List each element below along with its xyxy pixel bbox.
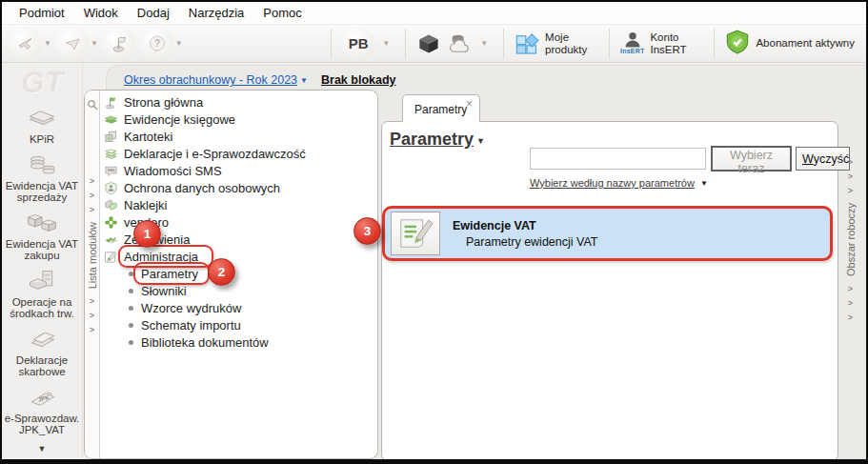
accounting-period-link[interactable]: Okres obrachunkowy - Rok 2023▼ (124, 73, 308, 87)
insert-account-button[interactable]: InsERT Konto InsERT (620, 31, 703, 56)
ledger-icon (104, 112, 118, 127)
tree-item-administracja[interactable]: Administracja (100, 248, 377, 265)
more-modules-arrow-icon[interactable]: ▼ (38, 444, 47, 454)
subscription-status[interactable]: Abonament aktywny (725, 30, 855, 58)
admin-icon (104, 250, 118, 264)
flag-button[interactable] (103, 28, 135, 60)
module-ewidencja-vat-zakupu[interactable]: Ewidencja VAT zakupu (2, 211, 82, 262)
menu-pomoc[interactable]: Pomoc (253, 3, 311, 23)
menu-podmiot[interactable]: Podmiot (10, 3, 74, 23)
tree-item-label: Ochrona danych osobowych (124, 181, 280, 195)
send-letter-button[interactable]: ▼ (56, 28, 103, 60)
fixed-assets-icon (23, 269, 61, 296)
tree-item-naklejki[interactable]: Naklejki (100, 196, 377, 213)
list-item-subtitle: Parametry ewidencji VAT (466, 235, 597, 249)
menu-bar: PodmiotWidokDodajNarzędziaPomoc (2, 2, 866, 24)
toolbar: ▼▼?▼ PB ▼ ▼ Moje produkty InsER (2, 24, 866, 63)
toolbar-separator (714, 29, 715, 59)
chevron-down-icon[interactable]: ▼ (480, 39, 488, 48)
products-tiles-icon (515, 32, 539, 55)
module-sidebar: GT KPiREwidencja VAT sprzedażyEwidencja … (2, 63, 83, 459)
tree-item-label: Strona główna (124, 95, 203, 110)
cloud-stack-icon[interactable] (448, 32, 473, 55)
tree-item-ewidencje-ksiegowe[interactable]: Ewidencje księgowe (100, 111, 377, 128)
menu-dodaj[interactable]: Dodaj (128, 3, 179, 23)
bullet-icon (129, 289, 133, 293)
chevron-right-icon: > (90, 206, 94, 213)
page-title[interactable]: Parametry▼ (390, 130, 485, 150)
chevron-right-icon: > (848, 299, 853, 307)
cursor-arrow-icon[interactable] (10, 28, 42, 60)
tree-item-label: Biblioteka dokumentów (141, 335, 269, 350)
help-button[interactable]: ?▼ (141, 28, 188, 60)
app-window: PodmiotWidokDodajNarzędziaPomoc ▼▼?▼ PB … (0, 0, 868, 464)
list-item-texts: Ewidencje VAT Parametry ewidencji VAT (453, 219, 597, 249)
chevron-down-icon[interactable]: ▼ (91, 39, 98, 48)
shield-check-icon (725, 30, 750, 58)
flag-icon[interactable] (103, 28, 135, 60)
module-list-strip-label: Lista modułów (87, 222, 98, 289)
tree-item-schematy-importu[interactable]: Schematy importu (100, 316, 377, 333)
list-item-title: Ewidencje VAT (453, 219, 597, 232)
svg-text:SMS: SMS (107, 169, 115, 172)
user-initials-button[interactable]: PB ▼ (342, 28, 394, 60)
navigation-tree: Strona głównaEwidencje księgoweKartoteki… (100, 91, 377, 458)
help-icon[interactable]: ? (141, 28, 173, 60)
menu-widok[interactable]: Widok (74, 3, 128, 23)
module-ewidencja-vat-sprzedazy[interactable]: Ewidencja VAT sprzedaży (2, 152, 82, 204)
cloud-services-button[interactable]: ▼ (448, 32, 493, 55)
pin-icon[interactable] (87, 97, 98, 109)
data-shield-icon (104, 181, 118, 195)
tree-item-slowniki[interactable]: Słowniki (100, 282, 377, 299)
tab-parametry[interactable]: Parametry (402, 94, 480, 122)
tab-close-icon[interactable] (466, 97, 473, 111)
user-initials-badge[interactable]: PB (342, 28, 374, 60)
tree-item-ochrona-danych-osobowych[interactable]: Ochrona danych osobowych (100, 179, 377, 196)
filter-by-name-link[interactable]: Wybierz według nazwy parametrów ▼ (530, 177, 708, 189)
filter-by-name-text[interactable]: Wybierz według nazwy parametrów (530, 177, 695, 189)
tree-item-wiadomosci-sms[interactable]: SMSWiadomości SMS (100, 162, 377, 179)
tab-label[interactable]: Parametry (414, 103, 467, 116)
clear-button[interactable]: Wyczyść (796, 147, 850, 171)
module-kpir[interactable]: KPiR (2, 106, 82, 146)
cursor-arrow-button[interactable]: ▼ (10, 28, 56, 60)
tree-item-biblioteka-dokumentow[interactable]: Biblioteka dokumentów (100, 333, 377, 351)
parameters-panel: Parametry▼ Wybierz teraz Wyczyść Wybierz… (381, 121, 838, 461)
chevron-right-icon: > (90, 312, 94, 319)
tree-item-label: Kartoteki (124, 130, 172, 144)
page-title-text[interactable]: Parametry (390, 130, 474, 149)
module-list-strip[interactable]: >>> Lista modułów >>> (85, 91, 100, 458)
tree-item-label: Wiadomości SMS (124, 164, 222, 178)
send-letter-icon[interactable] (56, 28, 89, 60)
menu-narzedzia[interactable]: Narzędzia (179, 3, 254, 23)
accounting-period-text[interactable]: Okres obrachunkowy - Rok 2023 (124, 73, 297, 87)
bullet-icon (129, 306, 133, 311)
module-operacje-na-srodkach-trw[interactable]: Operacje na środkach trw. (2, 269, 82, 320)
lock-status-link[interactable]: Brak blokady (321, 73, 396, 87)
parameter-search-input[interactable] (530, 148, 706, 170)
my-products-button[interactable]: Moje produkty (515, 31, 598, 56)
tree-item-label: Schematy importu (141, 318, 241, 333)
reports-icon (104, 232, 118, 247)
chevron-down-icon[interactable]: ▼ (175, 39, 183, 48)
module-e-sprawozdaw-jpk-vat[interactable]: JPKe-Sprawozdaw. JPK_VAT (2, 385, 82, 436)
tree-item-deklaracje-i-e-sprawozdawczosc[interactable]: Deklaracje i e-Sprawozdawczość (100, 145, 377, 162)
tree-item-kartoteki[interactable]: Kartoteki (100, 128, 377, 145)
module-deklaracje-skarbowe[interactable]: Deklaracje skarbowe (2, 327, 82, 378)
bullet-icon (129, 323, 133, 328)
tree-item-label: Słowniki (141, 284, 187, 298)
tree-item-wzorce-wydrukow[interactable]: Wzorce wydruków (100, 299, 377, 316)
tree-item-parametry[interactable]: Parametry (100, 265, 377, 282)
work-area-strip[interactable]: >>> Obszar roboczy >>> (842, 90, 858, 459)
tax-declarations-icon (23, 327, 61, 354)
chevron-down-icon[interactable]: ▼ (44, 39, 51, 48)
cube-icon[interactable] (416, 32, 441, 55)
chevron-down-icon: ▼ (476, 136, 485, 146)
select-now-button[interactable]: Wybierz teraz (711, 146, 792, 171)
edeclarations-icon (104, 147, 118, 161)
tree-item-label: Deklaracje i e-Sprawozdawczość (124, 147, 306, 161)
chevron-down-icon[interactable]: ▼ (382, 39, 390, 48)
tree-item-strona-glowna[interactable]: Strona główna (100, 93, 377, 111)
list-item-ewidencje-vat[interactable]: Ewidencje VAT Parametry ewidencji VAT (382, 206, 833, 261)
collapse-chevrons: >>> (848, 285, 853, 321)
